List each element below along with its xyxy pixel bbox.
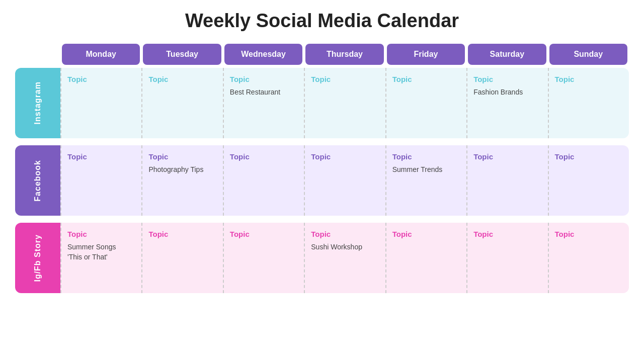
- section-row-instagram: InstagramTopicTopicTopicBest RestaurantT…: [15, 68, 629, 138]
- cell-1-0: Topic: [60, 145, 141, 216]
- cell-content-2-0: Summer Songs 'This or That': [67, 242, 116, 262]
- cell-topic-2-2: Topic: [230, 230, 250, 238]
- section-label-wrapper-1: Facebook: [15, 145, 60, 216]
- cell-topic-0-3: Topic: [311, 75, 331, 83]
- cell-topic-0-6: Topic: [555, 75, 575, 83]
- section-label-2: Ig/Fb Story: [33, 234, 42, 282]
- cell-topic-2-4: Topic: [392, 230, 412, 238]
- day-header-tuesday: Tuesday: [143, 44, 221, 65]
- cell-topic-0-4: Topic: [392, 75, 412, 83]
- calendar-wrapper: MondayTuesdayWednesdayThursdayFridaySatu…: [15, 44, 629, 300]
- cell-2-2: Topic: [223, 223, 304, 293]
- cell-2-1: Topic: [141, 223, 222, 293]
- section-label-wrapper-2: Ig/Fb Story: [15, 223, 60, 293]
- cell-topic-0-1: Topic: [148, 75, 168, 83]
- cell-topic-1-6: Topic: [555, 152, 575, 161]
- day-header-saturday: Saturday: [468, 44, 546, 65]
- cell-0-0: Topic: [60, 68, 141, 138]
- cell-content-0-2: Best Restaurant: [230, 87, 280, 98]
- section-row-facebook: FacebookTopicTopicPhotography TipsTopicT…: [15, 145, 629, 216]
- cell-topic-0-0: Topic: [67, 75, 87, 83]
- cell-0-6: Topic: [548, 68, 629, 138]
- cell-content-2-3: Sushi Workshop: [311, 242, 362, 252]
- cell-1-6: Topic: [548, 145, 629, 216]
- cell-0-5: TopicFashion Brands: [466, 68, 547, 138]
- header-row: MondayTuesdayWednesdayThursdayFridaySatu…: [15, 44, 629, 65]
- cell-topic-0-5: Topic: [473, 75, 493, 83]
- cell-1-3: Topic: [304, 145, 385, 216]
- cell-topic-1-1: Topic: [148, 152, 168, 161]
- cell-topic-2-6: Topic: [555, 230, 575, 238]
- cell-content-1-1: Photography Tips: [148, 165, 203, 175]
- day-header-monday: Monday: [62, 44, 140, 65]
- cell-0-2: TopicBest Restaurant: [223, 68, 304, 138]
- cell-0-1: Topic: [141, 68, 222, 138]
- header-spacer: [15, 44, 60, 65]
- day-header-sunday: Sunday: [549, 44, 627, 65]
- day-header-thursday: Thursday: [305, 44, 383, 65]
- cell-topic-2-1: Topic: [148, 230, 168, 238]
- section-label-1: Facebook: [33, 160, 42, 202]
- cell-1-1: TopicPhotography Tips: [141, 145, 222, 216]
- page-title: Weekly Social Media Calendar: [185, 10, 459, 32]
- cell-topic-1-2: Topic: [230, 152, 250, 161]
- cell-topic-1-3: Topic: [311, 152, 331, 161]
- section-label-0: Instagram: [33, 81, 42, 124]
- cell-1-2: Topic: [223, 145, 304, 216]
- cell-topic-2-3: Topic: [311, 230, 331, 238]
- section-label-wrapper-0: Instagram: [15, 68, 60, 138]
- cell-2-6: Topic: [548, 223, 629, 293]
- cell-topic-2-5: Topic: [473, 230, 493, 238]
- cell-topic-2-0: Topic: [67, 230, 87, 238]
- cell-1-4: TopicSummer Trends: [385, 145, 466, 216]
- cell-content-1-4: Summer Trends: [392, 165, 443, 175]
- cell-1-5: Topic: [466, 145, 547, 216]
- cell-topic-1-5: Topic: [473, 152, 493, 161]
- cell-content-0-5: Fashion Brands: [473, 87, 523, 98]
- cell-2-3: TopicSushi Workshop: [304, 223, 385, 293]
- cell-0-3: Topic: [304, 68, 385, 138]
- day-header-wednesday: Wednesday: [224, 44, 302, 65]
- day-header-friday: Friday: [387, 44, 465, 65]
- section-row-ig-fb-story: Ig/Fb StoryTopicSummer Songs 'This or Th…: [15, 223, 629, 293]
- cell-topic-1-0: Topic: [67, 152, 87, 161]
- cell-2-5: Topic: [466, 223, 547, 293]
- cell-topic-0-2: Topic: [230, 75, 250, 83]
- cell-2-4: Topic: [385, 223, 466, 293]
- cell-0-4: Topic: [385, 68, 466, 138]
- cell-topic-1-4: Topic: [392, 152, 412, 161]
- cell-2-0: TopicSummer Songs 'This or That': [60, 223, 141, 293]
